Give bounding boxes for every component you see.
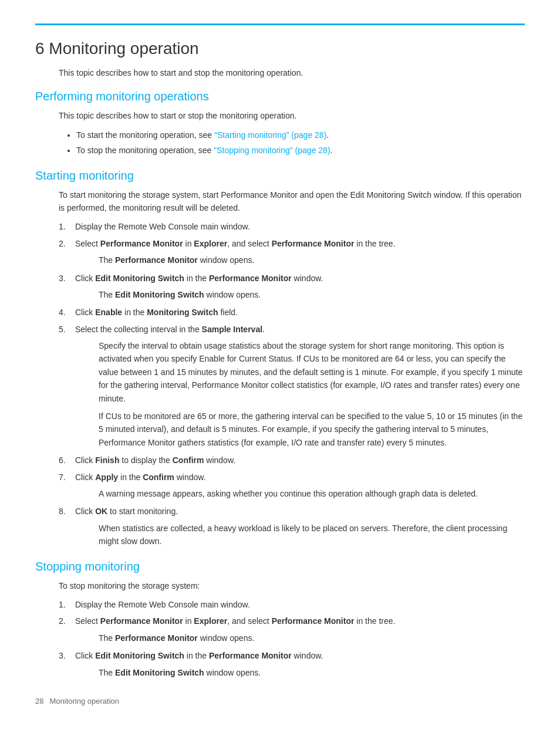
step-3-subnote: The Edit Monitoring Switch window opens. <box>99 288 525 301</box>
step-num-7: 7. <box>59 471 75 484</box>
step-5-subnote1: Specify the interval to obtain usage sta… <box>99 339 525 405</box>
section-heading-starting: Starting monitoring <box>35 169 525 183</box>
step-content-1: Display the Remote Web Console main wind… <box>75 220 525 233</box>
stopping-step-num-1: 1. <box>59 598 75 611</box>
step-2-subnote: The Performance Monitor window opens. <box>99 254 525 266</box>
page-footer: 28 Monitoring operation <box>35 697 525 706</box>
starting-step-7: 7. Click Apply in the Confirm window. <box>59 471 525 484</box>
starting-intro: To start monitoring the storage system, … <box>59 188 525 215</box>
section-stopping: Stopping monitoring To stop monitoring t… <box>35 560 525 679</box>
step-num-4: 4. <box>59 306 75 319</box>
stopping-step-3-subnote: The Edit Monitoring Switch window opens. <box>99 666 525 679</box>
starting-step-6: 6. Click Finish to display the Confirm w… <box>59 454 525 467</box>
stopping-step-content-3: Click Edit Monitoring Switch in the Perf… <box>75 649 525 662</box>
page-intro: This topic describes how to start and st… <box>59 66 525 79</box>
starting-step-2: 2. Select Performance Monitor in Explore… <box>59 237 525 250</box>
stopping-step-2: 2. Select Performance Monitor in Explore… <box>59 615 525 627</box>
step-content-6: Click Finish to display the Confirm wind… <box>75 454 525 467</box>
starting-step-3: 3. Click Edit Monitoring Switch in the P… <box>59 272 525 285</box>
stopping-steps: 1. Display the Remote Web Console main w… <box>59 598 525 679</box>
step-num-1: 1. <box>59 220 75 233</box>
performing-intro: This topic describes how to start or sto… <box>59 109 525 122</box>
page-number: 28 <box>35 697 43 706</box>
page-container: 6 Monitoring operation This topic descri… <box>0 0 560 729</box>
bullet-item-stop: To stop the monitoring operation, see "S… <box>76 144 525 157</box>
stopping-step-2-subnote: The Performance Monitor window opens. <box>99 632 525 644</box>
link-stopping-monitoring[interactable]: "Stopping monitoring" (page 28) <box>214 146 330 155</box>
section-heading-performing: Performing monitoring operations <box>35 90 525 103</box>
bullet-item-start: To start the monitoring operation, see "… <box>76 129 525 141</box>
stopping-step-1: 1. Display the Remote Web Console main w… <box>59 598 525 611</box>
stopping-step-3: 3. Click Edit Monitoring Switch in the P… <box>59 649 525 662</box>
stopping-step-content-1: Display the Remote Web Console main wind… <box>75 598 525 611</box>
step-content-5: Select the collecting interval in the Sa… <box>75 323 525 336</box>
section-starting: Starting monitoring To start monitoring … <box>35 169 525 548</box>
step-num-8: 8. <box>59 505 75 518</box>
link-starting-monitoring[interactable]: "Starting monitoring" (page 28) <box>214 130 326 140</box>
starting-step-1: 1. Display the Remote Web Console main w… <box>59 220 525 233</box>
step-7-subnote: A warning message appears, asking whethe… <box>99 487 525 500</box>
section-performing: Performing monitoring operations This to… <box>35 90 525 157</box>
starting-step-4: 4. Click Enable in the Monitoring Switch… <box>59 306 525 319</box>
step-content-4: Click Enable in the Monitoring Switch fi… <box>75 306 525 319</box>
section-heading-stopping: Stopping monitoring <box>35 560 525 573</box>
stopping-intro: To stop monitoring the storage system: <box>59 579 525 592</box>
footer-section-label: Monitoring operation <box>49 697 119 706</box>
step-num-6: 6. <box>59 454 75 467</box>
footer-content: 28 Monitoring operation <box>35 697 525 706</box>
step-content-8: Click OK to start monitoring. <box>75 505 525 518</box>
page-title: 6 Monitoring operation <box>35 39 525 58</box>
performing-bullet-list: To start the monitoring operation, see "… <box>76 129 525 157</box>
step-content-3: Click Edit Monitoring Switch in the Perf… <box>75 272 525 285</box>
bullet-text-start-before: To start the monitoring operation, see <box>76 130 214 140</box>
step-num-3: 3. <box>59 272 75 285</box>
step-content-7: Click Apply in the Confirm window. <box>75 471 525 484</box>
stopping-step-num-3: 3. <box>59 649 75 662</box>
step-content-2: Select Performance Monitor in Explorer, … <box>75 237 525 250</box>
step-8-subnote: When statistics are collected, a heavy w… <box>99 522 525 548</box>
starting-step-8: 8. Click OK to start monitoring. <box>59 505 525 518</box>
stopping-step-content-2: Select Performance Monitor in Explorer, … <box>75 615 525 627</box>
bullet-text-stop-before: To stop the monitoring operation, see <box>76 146 214 155</box>
starting-step-5: 5. Select the collecting interval in the… <box>59 323 525 336</box>
stopping-step-num-2: 2. <box>59 615 75 627</box>
step-num-2: 2. <box>59 237 75 250</box>
top-border <box>35 23 525 25</box>
starting-steps: 1. Display the Remote Web Console main w… <box>59 220 525 548</box>
step-num-5: 5. <box>59 323 75 336</box>
step-5-subnote2: If CUs to be monitored are 65 or more, t… <box>99 410 525 449</box>
